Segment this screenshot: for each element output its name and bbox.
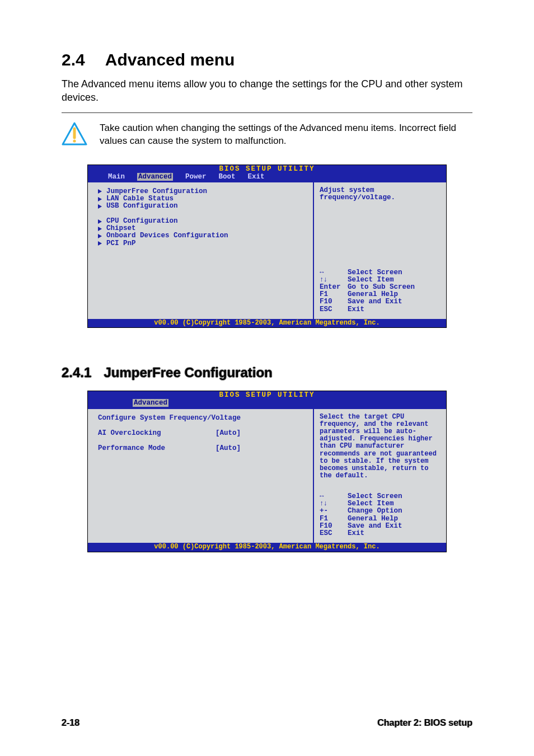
section-number: 2.4 — [62, 50, 85, 69]
subsection-title-text: JumperFree Configuration — [104, 365, 272, 380]
divider — [62, 112, 472, 113]
menu-item[interactable]: Onboard Devices Configuration — [98, 232, 307, 240]
submenu-arrow-icon — [98, 197, 102, 201]
tab-main[interactable]: Main — [108, 173, 125, 181]
key-desc: General Help — [348, 515, 398, 523]
page-footer: 2-18 Chapter 2: BIOS setup — [62, 715, 472, 728]
submenu-arrow-icon — [98, 204, 102, 209]
submenu-arrow-icon — [98, 189, 102, 194]
key: ESC — [320, 306, 348, 313]
key: F1 — [320, 515, 348, 523]
submenu-arrow-icon — [98, 241, 102, 246]
bios-help-text: Select the target CPU frequency, and the… — [320, 414, 442, 480]
key: F10 — [320, 298, 348, 306]
page: 2.4Advanced menu The Advanced menu items… — [0, 0, 534, 756]
bios-pane-header: Configure System Frequency/Voltage — [98, 415, 307, 422]
key-desc: Save and Exit — [348, 523, 402, 530]
bios-option-row[interactable]: Performance Mode [Auto] — [98, 445, 307, 452]
submenu-arrow-icon — [98, 234, 102, 238]
bios-body: JumperFree Configuration LAN Cable Statu… — [88, 182, 446, 319]
key: +- — [320, 508, 348, 515]
chapter-title: Chapter 2: BIOS setup — [377, 718, 472, 728]
option-label: AI Overclocking — [98, 430, 216, 437]
bios-body: Configure System Frequency/Voltage AI Ov… — [88, 408, 446, 543]
bios-option-row[interactable]: AI Overclocking [Auto] — [98, 430, 307, 437]
bios-menubar: Advanced — [88, 399, 446, 408]
subsection-heading: 2.4.1JumperFree Configuration — [62, 365, 472, 381]
menu-item[interactable]: PCI PnP — [98, 240, 307, 247]
key-desc: Change Option — [348, 508, 402, 515]
bios-key-legend: ↔Select Screen ↑↓Select Item +-Change Op… — [320, 493, 442, 537]
key-desc: Exit — [348, 530, 364, 537]
bios-title: BIOS SETUP UTILITY — [88, 391, 446, 399]
bios-title: BIOS SETUP UTILITY — [88, 165, 446, 173]
submenu-arrow-icon — [98, 219, 102, 224]
caution-text: Take caution when changing the settings … — [100, 122, 472, 148]
bios-help-pane: Adjust system frequency/voltage. ↔Select… — [313, 182, 446, 319]
key-desc: Exit — [348, 306, 364, 313]
bios-screenshot-advanced: BIOS SETUP UTILITY MainAdvancedPowerBoot… — [87, 165, 447, 328]
bios-help-text: Adjust system frequency/voltage. — [320, 187, 442, 201]
menu-item-label: USB Configuration — [106, 203, 178, 210]
tab-power[interactable]: Power — [185, 173, 207, 181]
key: F10 — [320, 523, 348, 530]
bios-menu-list: JumperFree Configuration LAN Cable Statu… — [88, 182, 313, 319]
caution-icon — [62, 122, 87, 148]
key: ESC — [320, 530, 348, 537]
bios-copyright: v00.00 (C)Copyright 1985-2003, American … — [88, 543, 446, 552]
subsection-number: 2.4.1 — [62, 365, 91, 380]
option-label: Performance Mode — [98, 445, 216, 452]
section-heading: 2.4Advanced menu — [62, 50, 472, 69]
bios-copyright: v00.00 (C)Copyright 1985-2003, American … — [88, 319, 446, 328]
menu-item[interactable]: USB Configuration — [98, 203, 307, 210]
caution-callout: Take caution when changing the settings … — [62, 122, 472, 148]
menu-item[interactable]: JumperFree Configuration — [98, 188, 307, 195]
section-intro: The Advanced menu items allow you to cha… — [62, 77, 472, 105]
menu-item-label: JumperFree Configuration — [106, 188, 207, 195]
bios-screenshot-jumperfree: BIOS SETUP UTILITY Advanced Configure Sy… — [87, 391, 447, 552]
bios-menubar: MainAdvancedPowerBootExit — [88, 173, 446, 182]
section-title-text: Advanced menu — [105, 50, 235, 69]
option-value: [Auto] — [216, 445, 241, 452]
key-desc: Save and Exit — [348, 298, 402, 306]
svg-point-2 — [73, 139, 76, 142]
option-value: [Auto] — [216, 430, 241, 437]
tab-advanced[interactable]: Advanced — [137, 173, 173, 181]
tab-boot[interactable]: Boot — [219, 173, 236, 181]
menu-item-label: Onboard Devices Configuration — [106, 232, 228, 240]
bios-options-pane: Configure System Frequency/Voltage AI Ov… — [88, 409, 313, 543]
bios-help-pane: Select the target CPU frequency, and the… — [313, 409, 446, 543]
submenu-arrow-icon — [98, 227, 102, 231]
menu-item-label: PCI PnP — [106, 240, 136, 247]
bios-key-legend: ↔Select Screen ↑↓Select Item EnterGo to … — [320, 269, 442, 313]
tab-exit[interactable]: Exit — [248, 173, 265, 181]
page-number: 2-18 — [62, 718, 79, 728]
tab-advanced[interactable]: Advanced — [133, 399, 168, 407]
